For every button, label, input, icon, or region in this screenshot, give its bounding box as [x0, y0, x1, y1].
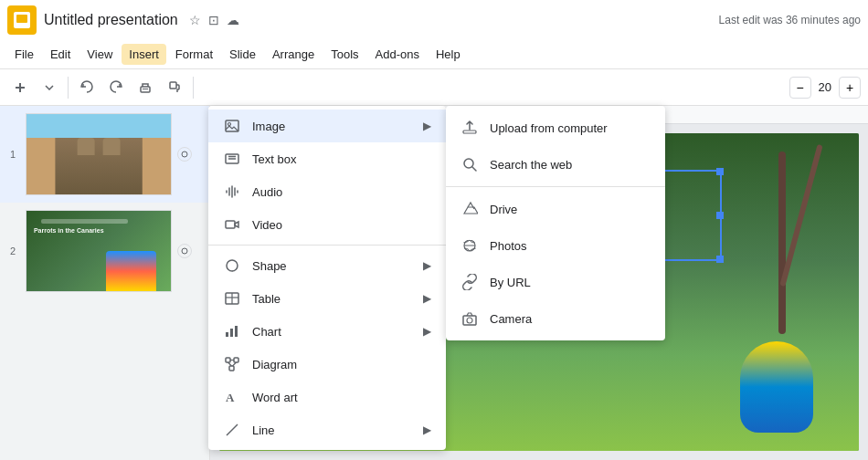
menu-bar: File Edit View Insert Format Slide Arran… — [0, 40, 868, 69]
svg-rect-18 — [230, 329, 233, 337]
svg-point-32 — [467, 318, 472, 323]
upload-icon — [460, 119, 479, 137]
menu-option-image[interactable]: Image ▶ — [208, 110, 446, 142]
paint-format-button[interactable] — [162, 75, 187, 100]
zoom-in-button[interactable]: + — [839, 77, 861, 99]
textbox-label: Text box — [252, 152, 431, 166]
dropdown-btn[interactable] — [37, 75, 62, 100]
submenu-option-photos[interactable]: Photos — [446, 227, 665, 264]
menu-option-textbox[interactable]: Text box — [208, 142, 446, 175]
slide-item-2[interactable]: 2 Parrots in the Canaries — [0, 203, 209, 299]
chart-arrow-icon: ▶ — [423, 325, 431, 338]
slide-panel: 1 2 — [0, 106, 210, 460]
camera-icon — [460, 309, 479, 328]
diagram-label: Diagram — [252, 358, 431, 371]
svg-rect-17 — [226, 332, 228, 337]
table-label: Table — [252, 292, 412, 306]
menu-divider-1 — [208, 245, 446, 246]
toolbar-divider-2 — [193, 77, 194, 99]
menu-option-diagram[interactable]: Diagram — [208, 348, 446, 381]
slide-pin-2[interactable] — [177, 244, 192, 258]
star-icon[interactable]: ☆ — [189, 13, 201, 27]
add-button[interactable] — [7, 75, 33, 100]
line-icon — [223, 421, 241, 439]
audio-label: Audio — [252, 185, 431, 199]
shape-arrow-icon: ▶ — [423, 259, 431, 272]
zoom-control: − 20 + — [789, 77, 861, 99]
menu-option-line[interactable]: Line ▶ — [208, 413, 446, 446]
cloud-icon[interactable]: ☁ — [227, 13, 239, 27]
menu-format[interactable]: Format — [168, 44, 220, 65]
camera-label: Camera — [490, 312, 532, 326]
slide-thumbnail-1 — [26, 113, 172, 195]
slide-number-1: 1 — [5, 149, 20, 160]
slide-pin-1[interactable] — [177, 147, 192, 162]
slide-item-1[interactable]: 1 — [0, 106, 209, 203]
submenu-option-camera[interactable]: Camera — [446, 300, 665, 337]
last-edit-text: Last edit was 36 minutes ago — [719, 14, 861, 26]
submenu-divider — [446, 186, 665, 187]
menu-view[interactable]: View — [79, 44, 120, 65]
svg-point-8 — [228, 123, 231, 126]
app-icon — [7, 5, 37, 35]
svg-point-6 — [182, 248, 187, 254]
upload-label: Upload from computer — [490, 121, 608, 135]
audio-icon — [223, 183, 241, 201]
video-icon — [223, 215, 241, 234]
line-label: Line — [252, 423, 412, 437]
toolbar: − 20 + — [0, 69, 868, 106]
menu-help[interactable]: Help — [429, 44, 468, 65]
print-button[interactable] — [132, 75, 158, 100]
svg-rect-19 — [235, 326, 238, 337]
svg-text:A: A — [226, 391, 235, 404]
url-icon — [460, 273, 479, 291]
search-web-label: Search the web — [490, 158, 572, 172]
menu-option-table[interactable]: Table ▶ — [208, 282, 446, 315]
menu-addons[interactable]: Add-ons — [368, 44, 427, 65]
presentation-title[interactable]: Untitled presentation — [44, 12, 178, 28]
menu-option-audio[interactable]: Audio — [208, 175, 446, 208]
drive-label: Drive — [490, 203, 517, 216]
image-submenu: Upload from computer Search the web Driv… — [446, 106, 665, 340]
submenu-option-search[interactable]: Search the web — [446, 146, 665, 183]
search-web-icon — [460, 155, 479, 173]
svg-line-27 — [227, 424, 238, 435]
svg-rect-20 — [226, 358, 230, 362]
menu-option-chart[interactable]: Chart ▶ — [208, 315, 446, 348]
redo-button[interactable] — [103, 75, 129, 100]
title-bar: Untitled presentation ☆ ⊡ ☁ Last edit wa… — [0, 0, 868, 40]
svg-rect-22 — [229, 366, 234, 371]
svg-point-5 — [182, 152, 187, 157]
image-label: Image — [252, 120, 412, 133]
photos-label: Photos — [490, 239, 526, 253]
menu-option-shape[interactable]: Shape ▶ — [208, 249, 446, 282]
menu-tools[interactable]: Tools — [323, 44, 365, 65]
line-arrow-icon: ▶ — [423, 423, 431, 436]
menu-slide[interactable]: Slide — [222, 44, 263, 65]
submenu-option-drive[interactable]: Drive — [446, 191, 665, 227]
shape-icon — [223, 256, 241, 275]
table-icon — [223, 289, 241, 308]
menu-file[interactable]: File — [7, 44, 41, 65]
folder-icon[interactable]: ⊡ — [208, 13, 219, 27]
image-icon — [223, 117, 241, 135]
submenu-option-upload[interactable]: Upload from computer — [446, 110, 665, 146]
menu-option-wordart[interactable]: A Word art — [208, 381, 446, 413]
menu-insert[interactable]: Insert — [122, 44, 166, 65]
undo-button[interactable] — [74, 75, 100, 100]
table-arrow-icon: ▶ — [423, 292, 431, 305]
svg-rect-12 — [226, 221, 235, 228]
insert-menu: Image ▶ Text box Audio Video Shape ▶ Ta — [208, 106, 446, 450]
textbox-icon — [223, 150, 241, 168]
menu-option-video[interactable]: Video — [208, 208, 446, 241]
drive-icon — [460, 200, 479, 218]
svg-rect-28 — [463, 131, 476, 133]
zoom-out-button[interactable]: − — [789, 77, 811, 99]
submenu-option-url[interactable]: By URL — [446, 264, 665, 300]
shape-label: Shape — [252, 259, 412, 273]
chart-label: Chart — [252, 325, 412, 339]
svg-point-13 — [227, 260, 238, 271]
menu-edit[interactable]: Edit — [43, 44, 78, 65]
menu-arrange[interactable]: Arrange — [265, 44, 322, 65]
title-actions: ☆ ⊡ ☁ — [189, 13, 239, 27]
